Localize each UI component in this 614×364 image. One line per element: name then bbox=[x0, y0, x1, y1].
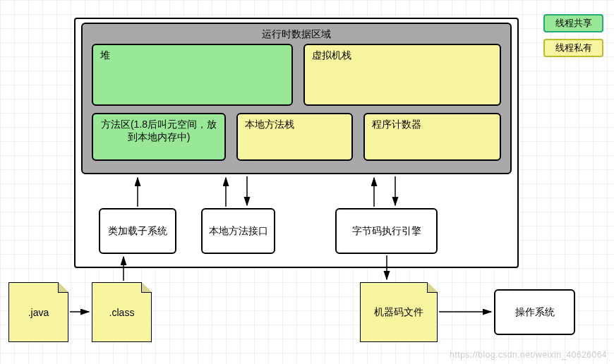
vm-stack-label: 虚拟机栈 bbox=[312, 49, 351, 62]
os-box: 操作系统 bbox=[494, 289, 575, 335]
java-file-label: .java bbox=[28, 307, 49, 318]
native-interface-label: 本地方法接口 bbox=[209, 225, 268, 238]
pc-label: 程序计数器 bbox=[372, 119, 421, 131]
watermark: https://blog.csdn.net/weixin_40626064 bbox=[450, 350, 607, 360]
legend-private-label: 线程私有 bbox=[555, 42, 592, 54]
exec-engine-label: 字节码执行引擎 bbox=[352, 225, 421, 238]
method-area-box: 方法区(1.8后叫元空间，放到本地内存中) bbox=[92, 113, 226, 161]
native-interface-box: 本地方法接口 bbox=[201, 208, 275, 254]
legend-shared: 线程共享 bbox=[543, 14, 603, 32]
native-stack-label: 本地方法栈 bbox=[245, 119, 294, 131]
java-file: .java bbox=[8, 282, 68, 342]
machine-file: 机器码文件 bbox=[360, 282, 438, 342]
exec-engine-box: 字节码执行引擎 bbox=[335, 208, 438, 254]
os-label: 操作系统 bbox=[515, 306, 555, 319]
vm-stack-box: 虚拟机栈 bbox=[303, 44, 501, 106]
classloader-box: 类加载子系统 bbox=[99, 208, 176, 254]
legend-shared-label: 线程共享 bbox=[555, 17, 592, 30]
pc-box: 程序计数器 bbox=[363, 113, 501, 161]
machine-file-label: 机器码文件 bbox=[374, 306, 423, 319]
method-area-label: 方法区(1.8后叫元空间，放到本地内存中) bbox=[96, 119, 222, 144]
class-file-label: .class bbox=[109, 307, 135, 318]
runtime-title: 运行时数据区域 bbox=[83, 28, 510, 41]
legend-private: 线程私有 bbox=[543, 39, 603, 57]
class-file: .class bbox=[92, 282, 152, 342]
native-stack-box: 本地方法栈 bbox=[236, 113, 353, 161]
classloader-label: 类加载子系统 bbox=[108, 225, 167, 238]
heap-box: 堆 bbox=[92, 44, 293, 106]
heap-label: 堆 bbox=[100, 49, 110, 62]
